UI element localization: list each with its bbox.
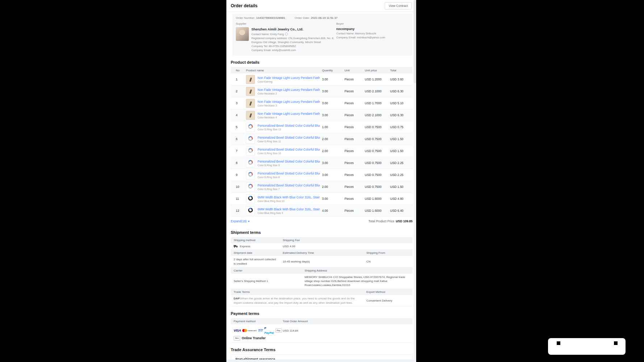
product-thumbnail[interactable]: [246, 194, 255, 203]
unit-price-value: USD 1.6000: [365, 209, 390, 212]
product-variant: Color:Necklace 2: [258, 92, 320, 95]
table-row: 3Non Fade Vintage Light Luxury Pendant F…: [231, 97, 413, 109]
trade-terms-header: Trade Terms: [231, 289, 363, 295]
col-quantity: Quantity: [322, 69, 344, 72]
product-thumbnail[interactable]: [246, 87, 255, 96]
row-number: 10: [231, 185, 246, 189]
ring-icon: [247, 207, 254, 213]
shipping-fee-value: USD 4.99: [280, 243, 413, 249]
product-thumbnail[interactable]: [246, 171, 255, 180]
unit-value: Pieces: [344, 173, 365, 177]
product-link[interactable]: Personalized Bevel Slotted Color Colorfu…: [258, 148, 320, 151]
row-number: 8: [231, 161, 246, 165]
total-value: USD 2.25: [390, 173, 413, 177]
quantity-value: 3.00: [322, 173, 344, 177]
export-method-header: Export Method: [363, 289, 413, 295]
product-thumbnail[interactable]: [246, 99, 255, 108]
supplier-address: Registered company address: CN,Guangdong…: [251, 37, 336, 45]
product-link[interactable]: Non Fade Vintage Light Luxury Pendant Fa…: [258, 100, 320, 104]
product-link[interactable]: Personalized Bevel Slotted Color Colorfu…: [258, 184, 320, 187]
overlay-square-right: [614, 341, 618, 345]
product-table: No Product name Quantity Unit Unit price…: [231, 67, 413, 226]
order-date: Order Date:2022-06-19 11:51:37: [294, 16, 338, 20]
shipping-address-value: MEMORY SHIBUCHI C/O Shoppable Stores,+26…: [302, 274, 413, 289]
unit-price-value: USD 0.7500: [365, 125, 390, 129]
payment-method-header: Payment method: [231, 318, 280, 324]
product-variant: Color:S,Ring Size 7: [258, 188, 320, 190]
quantity-value: 3.00: [322, 161, 344, 165]
product-thumbnail[interactable]: [246, 159, 255, 168]
row-number: 6: [231, 137, 246, 141]
shipment-terms-title: Shipment terms: [231, 230, 412, 235]
total-value: USD 1.50: [390, 185, 413, 189]
product-link[interactable]: Non Fade Vintage Light Luxury Pendant Fa…: [258, 88, 320, 92]
unit-value: Pieces: [344, 101, 365, 105]
chat-contact-icon[interactable]: [285, 33, 288, 35]
view-contract-button[interactable]: View Contract: [385, 2, 412, 9]
scrollbar-thumb[interactable]: [414, 0, 416, 83]
total-value: USD 0.75: [390, 125, 413, 129]
product-thumbnail[interactable]: [246, 75, 255, 84]
product-table-footer: Expand(19) ▼ Total Product PriceUSD 109.…: [231, 217, 413, 226]
unit-value: Pieces: [344, 185, 365, 189]
quantity-value: 1.00: [322, 125, 344, 129]
product-link[interactable]: 6MM Width Black With Blue Color 316L, St…: [258, 207, 320, 211]
delivery-time-header: Estimated Delivery Time: [280, 250, 364, 256]
quantity-value: 2.00: [322, 137, 344, 141]
row-number: 9: [231, 173, 246, 177]
product-link[interactable]: Non Fade Vintage Light Luxury Pendant Fa…: [258, 76, 320, 80]
product-thumbnail[interactable]: [246, 135, 255, 144]
truck-icon: [234, 245, 238, 248]
unit-price-value: USD 0.7500: [365, 185, 390, 189]
overlay-square-left: [557, 341, 560, 345]
scrollbar[interactable]: [414, 0, 416, 362]
product-variant: Color:Blue,Ring Size 10: [258, 200, 320, 202]
shipment-date-value: 2 days after full amount collected is cr…: [231, 256, 280, 267]
product-link[interactable]: Personalized Bevel Slotted Color Colorfu…: [258, 124, 320, 127]
product-variant: Color:S,Ring Size 9: [258, 164, 320, 167]
product-link[interactable]: Personalized Bevel Slotted Color Colorfu…: [258, 136, 320, 139]
product-variant: Color:Blue,Ring Size 9: [258, 212, 320, 214]
product-thumbnail[interactable]: [246, 206, 255, 215]
product-thumbnail[interactable]: [246, 182, 255, 191]
unit-price-value: USD 0.7500: [365, 137, 390, 141]
supplier-label: Supplier: [236, 22, 336, 25]
product-thumbnail[interactable]: [246, 147, 255, 156]
ring-icon: [247, 195, 254, 201]
product-link[interactable]: Non Fade Vintage Light Luxury Pendant Fa…: [258, 112, 320, 115]
supplier-contact: Contact Name: Emily Fang: [251, 33, 336, 37]
col-total: Total: [390, 69, 413, 72]
buyer-contact: Contact Name: Memory Shibuchi: [336, 31, 409, 35]
online-transfer-label: Online Transfer: [242, 336, 265, 341]
unit-value: Pieces: [344, 161, 365, 165]
tt-transfer-icon: T/T: [258, 328, 263, 333]
total-value: USD 4.80: [390, 197, 413, 201]
supplier-avatar[interactable]: [236, 27, 249, 41]
row-number: 1: [231, 77, 246, 81]
trade-terms-value: DAP:When the goods arrive at the destina…: [231, 295, 363, 306]
table-row: 2Non Fade Vintage Light Luxury Pendant F…: [231, 85, 413, 97]
quantity-value: 3.00: [322, 77, 344, 81]
supplier-block: Supplier Shenzhen Aimili Jewelry Co., Lt…: [236, 22, 336, 52]
product-thumbnail[interactable]: [246, 123, 255, 132]
unit-value: Pieces: [344, 137, 365, 141]
table-row: 116MM Width Black With Blue Color 316L, …: [231, 193, 413, 205]
product-link[interactable]: 6MM Width Black With Blue Color 316L, St…: [258, 195, 320, 199]
expand-link[interactable]: Expand(19) ▼: [231, 219, 250, 223]
quantity-value: 2.00: [322, 185, 344, 189]
product-variant: Color:S,Ring Size 11: [258, 140, 320, 143]
unit-price-value: USD 0.7500: [365, 149, 390, 153]
order-number: Order Number:144327559001028981: [236, 16, 285, 20]
order-details-page: Order details View Contract Order Number…: [226, 0, 416, 362]
row-number: 4: [231, 113, 246, 117]
product-link[interactable]: Personalized Bevel Slotted Color Colorfu…: [258, 172, 320, 175]
total-value: USD 1.50: [390, 137, 413, 141]
unit-value: Pieces: [344, 197, 365, 201]
buyer-name: nocompany: [336, 27, 409, 31]
product-thumbnail[interactable]: [246, 111, 255, 120]
table-row: 126MM Width Black With Blue Color 316L, …: [231, 205, 413, 217]
shipping-method-value: Express: [231, 243, 280, 249]
bottom-right-overlay: [548, 338, 626, 355]
page-header: Order details View Contract: [226, 0, 416, 12]
product-link[interactable]: Personalized Bevel Slotted Color Colorfu…: [258, 160, 320, 163]
